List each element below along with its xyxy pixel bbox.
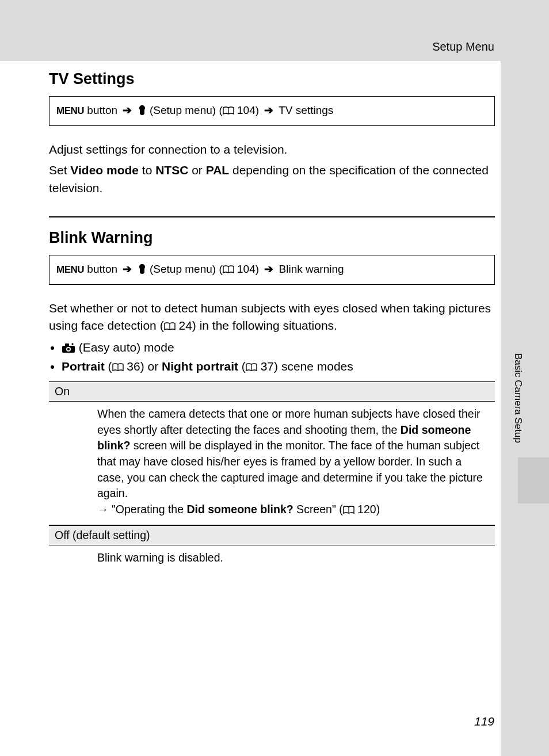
side-margin xyxy=(501,0,549,756)
nav-dest: Blink warning xyxy=(276,263,344,275)
divider-line xyxy=(49,216,495,217)
option-table: On When the camera detects that one or m… xyxy=(49,381,495,573)
book-icon xyxy=(246,358,257,366)
arrow-icon: ➔ xyxy=(123,263,132,275)
text: (Setup menu) ( xyxy=(147,263,223,275)
page: Basic Camera Setup Setup Menu TV Setting… xyxy=(0,0,549,756)
heading-tv-settings: TV Settings xyxy=(49,70,495,88)
table-row-head: On xyxy=(49,381,495,402)
book-icon xyxy=(223,103,234,111)
text: Set xyxy=(49,163,70,177)
text: 36) or xyxy=(124,360,162,373)
text: (Setup menu) ( xyxy=(147,104,223,116)
list-item: (Easy auto) mode xyxy=(62,338,495,357)
book-icon xyxy=(112,358,124,366)
text: or xyxy=(188,163,205,177)
section-tv-settings: TV Settings MENU button ➔ (Setup menu) (… xyxy=(49,70,495,200)
text-bold: Video mode xyxy=(70,163,139,177)
arrow-icon: ➔ xyxy=(123,104,132,116)
menu-label: MENU xyxy=(56,264,84,275)
list-item: Portrait ( 36) or Night portrait ( 37) s… xyxy=(62,357,495,376)
svg-point-6 xyxy=(67,348,70,350)
table-row-body: When the camera detects that one or more… xyxy=(49,402,495,525)
text: Screen" ( xyxy=(293,503,343,516)
text: screen will be displayed in the monitor.… xyxy=(97,439,483,499)
running-header: Setup Menu xyxy=(432,40,494,54)
paragraph: Set whether or not to detect human subje… xyxy=(49,300,495,335)
text: 37) scene modes xyxy=(257,360,353,373)
text-bold: Portrait xyxy=(62,360,105,373)
text: button xyxy=(84,104,120,116)
paragraph: Set Video mode to NTSC or PAL depending … xyxy=(49,162,495,197)
text: ( xyxy=(238,360,246,373)
camera-icon xyxy=(62,340,75,350)
text-bold: Night portrait xyxy=(162,360,238,373)
text: button xyxy=(84,263,120,275)
side-section-label: Basic Camera Setup xyxy=(512,353,524,443)
svg-rect-4 xyxy=(65,343,69,346)
nav-dest: TV settings xyxy=(276,104,333,116)
table-row-body: Blink warning is disabled. xyxy=(49,545,495,573)
page-ref: 104) xyxy=(234,104,262,116)
wrench-icon xyxy=(138,261,147,278)
page-number: 119 xyxy=(474,715,494,728)
heading-blink-warning: Blink Warning xyxy=(49,229,495,247)
text: (Easy auto) mode xyxy=(75,341,174,354)
text-bold: Did someone blink? xyxy=(186,503,293,516)
text-bold: PAL xyxy=(206,163,229,177)
book-icon xyxy=(223,262,234,270)
text: → "Operating the xyxy=(97,503,186,516)
arrow-icon: ➔ xyxy=(264,263,273,275)
wrench-icon xyxy=(138,102,147,120)
section-divider xyxy=(49,216,495,217)
section-blink-warning: Blink Warning MENU button ➔ (Setup menu)… xyxy=(49,229,495,572)
text-bold: NTSC xyxy=(155,163,188,177)
text: 24) in the following situations. xyxy=(176,319,337,332)
paragraph: Adjust settings for connection to a tele… xyxy=(49,141,495,158)
side-tab xyxy=(518,457,549,503)
book-icon xyxy=(164,318,176,326)
menu-label: MENU xyxy=(56,105,84,116)
nav-path-blink: MENU button ➔ (Setup menu) ( 104) ➔ Blin… xyxy=(49,255,495,285)
bullet-list: (Easy auto) mode Portrait ( 36) or Night… xyxy=(49,338,495,376)
page-ref: 104) xyxy=(234,263,262,275)
text: 120) xyxy=(354,503,380,516)
text: to xyxy=(139,163,155,177)
text: ( xyxy=(105,360,112,373)
book-icon xyxy=(343,502,354,510)
arrow-icon: ➔ xyxy=(264,104,273,116)
nav-path-tv: MENU button ➔ (Setup menu) ( 104) ➔ TV s… xyxy=(49,96,495,126)
table-row-head: Off (default setting) xyxy=(49,525,495,545)
